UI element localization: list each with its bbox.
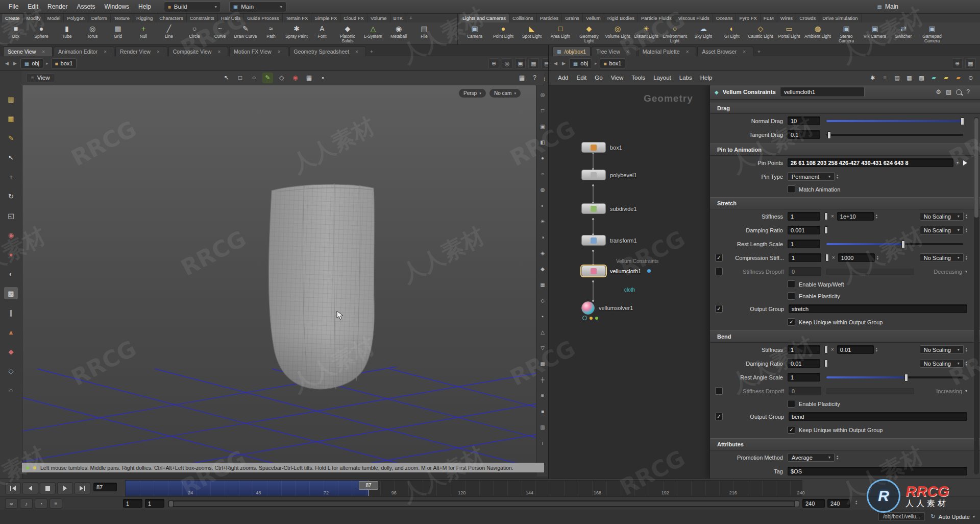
playback-options-icon[interactable]: ≡ [50,498,62,509]
snapshot-icon[interactable]: ■ [538,407,547,416]
stepper-icon[interactable]: ▴▾ [837,174,838,179]
dropoff-ramp[interactable] [826,269,914,275]
close-icon[interactable]: × [686,49,689,55]
bookmark-icon[interactable]: ▰ [954,74,963,82]
pane-tab[interactable]: Material Palette × [638,46,697,56]
output-group-checkbox[interactable]: ✓ [715,413,723,420]
gear-icon[interactable]: ⚙ [936,88,941,96]
compare-icon[interactable]: ▧ [946,88,951,96]
cloth-tool-icon[interactable]: ▩ [4,287,18,299]
value-ladder-handle[interactable] [824,212,828,220]
stepper-icon[interactable]: ▴▾ [966,228,967,232]
shelf-tab[interactable]: Particles [537,14,562,22]
search-icon[interactable] [956,89,962,95]
pane-tab[interactable]: Geometry Spreadsheet × [289,46,366,56]
display-flag-icon[interactable] [595,317,598,320]
stiffness-dropoff-checkbox[interactable] [715,387,723,395]
node-subdivide1[interactable]: subdivide1 [581,203,637,214]
stepper-icon[interactable]: ▴▾ [877,255,878,260]
shelf-tab[interactable]: Rigid Bodies [604,14,638,22]
bypass-flag-icon[interactable] [582,316,587,320]
home-view-icon[interactable]: ◎ [538,90,547,99]
view-camera-selector[interactable]: No cam▾ [489,89,521,98]
shelf-tool-button[interactable]: ◆ Geometry Light [575,23,603,44]
main-desktop-menu[interactable]: ▦ Main [877,3,898,10]
close-icon[interactable]: × [743,49,746,55]
add-pane-tab-button[interactable]: + [367,47,376,56]
flipbook-icon[interactable]: ▥ [538,423,547,432]
shelf-tool-button[interactable]: ◆ Platonic Solids [335,23,360,44]
stepper-icon[interactable]: ▴▾ [966,214,967,219]
lasso-select-icon[interactable]: ○ [249,73,259,83]
back-icon[interactable]: ◀ [4,61,10,66]
forward-icon[interactable]: ▶ [12,61,18,66]
path-root-chip[interactable]: ▦ obj [569,58,592,69]
timeline-ruler[interactable]: 87 24487296120144168192216240 [125,480,802,496]
muscle-tool-icon[interactable]: ◆ [4,345,18,358]
shelf-tab[interactable]: Characters [156,14,186,22]
parameters-scrollbar[interactable] [974,117,979,474]
match-animation-checkbox[interactable] [788,185,795,193]
stop-button[interactable] [40,482,56,494]
network-path-tab[interactable]: ▦ /obj/box1 [552,46,591,56]
play-button[interactable] [57,482,73,494]
enable-plasticity-checkbox[interactable] [788,292,795,300]
shelf-tool-button[interactable]: A Font [309,23,335,44]
shelf-tab[interactable]: Pyro FX [736,14,760,22]
close-icon[interactable]: × [42,49,45,55]
shelf-tool-button[interactable]: ≈ Path [258,23,284,44]
shelf-tool-button[interactable]: ○ Circle [182,23,207,44]
range-end-grip[interactable] [795,501,799,507]
bend-stiffness-field[interactable]: 1 [788,345,820,354]
keep-unique-checkbox[interactable]: ✓ [788,426,795,434]
desktop-selector[interactable]: ■ Build ▾ [164,2,221,12]
tag-field[interactable]: $OS [788,467,967,475]
scale-tool-icon[interactable]: ◱ [4,209,18,222]
realtime-toggle-icon[interactable]: ◔ [35,498,47,509]
shelf-tool-button[interactable]: ⇄ Switcher [889,23,918,44]
jump-to-start-button[interactable] [5,482,21,494]
rest-angle-field[interactable]: 1 [788,373,820,382]
node-vellumsolver1[interactable]: vellumsolver1 [581,301,633,315]
bend-output-group-field[interactable]: bend [789,412,967,421]
shelf-tab[interactable]: Cloud FX [340,14,368,22]
shelf-tool-button[interactable]: ☀ Distant Light [632,23,660,44]
camera-lock-icon[interactable]: ▣ [538,122,547,131]
node-vellumcloth1[interactable]: vellumcloth1 [581,266,651,276]
enable-warp-weft-checkbox[interactable] [788,280,795,288]
value-ladder-handle[interactable] [824,226,828,234]
shelf-tool-button[interactable]: ▤ File [411,23,437,44]
add-shelf-tab-button[interactable]: + [406,14,415,22]
stretch-output-group-field[interactable]: stretch [789,304,967,313]
value-ladder-handle[interactable] [824,360,828,367]
menu-item[interactable]: Help [134,3,156,10]
thumbnails-icon[interactable]: ▩ [917,74,926,82]
stepper-icon[interactable]: ▴▾ [876,214,877,219]
shelf-tool-button[interactable]: ✱ Spray Paint [284,23,309,44]
shelf-tab[interactable]: Polygon [64,14,88,22]
shelf-tool-button[interactable]: ☁ Sky Light [689,23,718,44]
pane-tab[interactable]: Tree View × [592,46,637,56]
snap-mode-icon[interactable]: ◇ [276,73,287,83]
stretch-stiffness-exp-field[interactable]: 1e+10 [837,212,874,221]
wire-shade-icon[interactable]: ○ [538,170,547,178]
stiffness-dropoff-field[interactable]: 0 [789,267,821,276]
pose-tool-icon[interactable]: ◉ [4,229,18,241]
shelf-tool-button[interactable]: ◎ Volume Light [603,23,632,44]
history-icon[interactable]: ◎ [502,58,512,69]
pane-tab[interactable]: Asset Browser × [697,46,753,56]
info-icon[interactable]: i [538,439,547,447]
viewport-layout-icon[interactable]: ▦ [517,73,527,83]
dynamics-tool-icon[interactable]: ○ [4,384,18,396]
shelf-tab[interactable]: Drive Simulation [819,14,861,22]
hq-lighting-icon[interactable]: ◈ [538,249,547,257]
shelf-tab[interactable]: Volume [368,14,390,22]
current-frame-field[interactable]: 87 [93,483,117,491]
close-icon[interactable]: × [104,49,107,55]
rest-length-slider[interactable] [826,243,963,245]
range-start-grip[interactable] [169,501,173,507]
select-tool-icon[interactable]: ↖ [4,151,18,163]
shelf-tab[interactable]: FEM [761,14,777,22]
menu-item[interactable]: Go [591,75,606,81]
dropoff-mode-dropdown[interactable]: Decreasing▾ [934,269,967,275]
